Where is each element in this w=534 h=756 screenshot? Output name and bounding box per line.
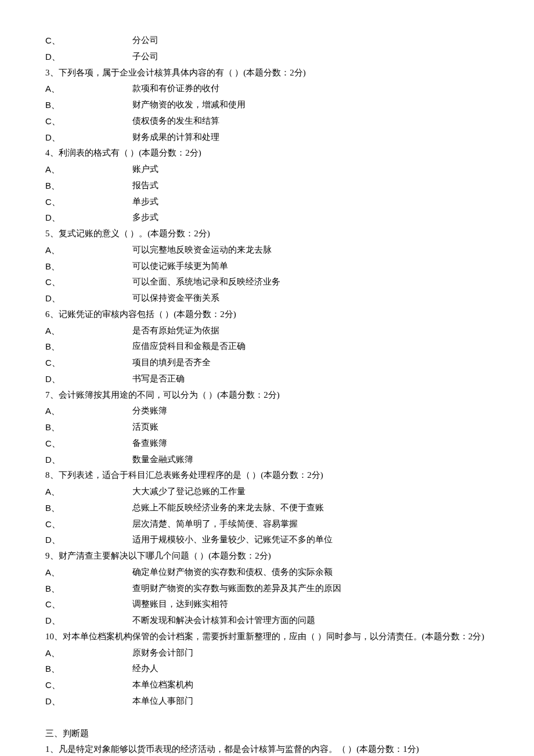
option-text: 活页账 [132, 419, 489, 435]
option-letter: A、 [45, 242, 132, 258]
option-row: A、可以完整地反映资金运动的来龙去脉 [45, 242, 489, 258]
option-row: B、应借应贷科目和金额是否正确 [45, 339, 489, 355]
option-letter: C、 [45, 113, 132, 129]
question-stem: 7、会计账簿按其用途的不同，可以分为（ ）(本题分数：2分) [45, 387, 489, 404]
option-row: A、确定单位财产物资的实存数和债权、债务的实际余额 [45, 564, 489, 581]
option-letter: B、 [45, 178, 132, 194]
option-letter: A、 [45, 161, 132, 178]
option-row: C、分公司 [45, 33, 489, 49]
question-stem: 5、复式记账的意义（ ）。(本题分数：2分) [45, 226, 489, 242]
option-text: 财产物资的收发，增减和使用 [132, 97, 489, 113]
option-row: A、原财务会计部门 [45, 645, 489, 661]
option-text: 报告式 [132, 178, 489, 194]
question-stem: 10、对本单位档案机构保管的会计档案，需要拆封重新整理的，应由（ ）同时参与，以… [45, 629, 489, 645]
option-letter: A、 [45, 323, 132, 339]
option-row: D、适用于规模较小、业务量较少、记账凭证不多的单位 [45, 532, 489, 548]
option-text: 查明财产物资的实存数与账面数的差异及其产生的原因 [132, 581, 489, 597]
question-stem: 8、下列表述，适合于科目汇总表账务处理程序的是（ ）(本题分数：2分) [45, 467, 489, 484]
option-text: 本单位档案机构 [132, 677, 489, 693]
option-letter: A、 [45, 403, 132, 419]
tf-question: 1、凡是特定对象能够以货币表现的经济活动，都是会计核算与监督的内容。（ ）(本题… [45, 741, 489, 756]
option-text: 总账上不能反映经济业务的来龙去脉、不便于查账 [132, 500, 489, 516]
option-letter: A、 [45, 484, 132, 500]
option-text: 财务成果的计算和处理 [132, 129, 489, 146]
option-text: 分公司 [132, 33, 489, 49]
option-row: C、单步式 [45, 194, 489, 210]
option-row: A、是否有原始凭证为依据 [45, 323, 489, 339]
option-text: 可以全面、系统地记录和反映经济业务 [132, 274, 489, 290]
option-text: 原财务会计部门 [132, 645, 489, 661]
option-letter: C、 [45, 274, 132, 290]
option-letter: A、 [45, 564, 132, 581]
question-stem: 3、下列各项，属于企业会计核算具体内容的有（ ）(本题分数：2分) [45, 65, 489, 81]
option-text: 本单位人事部门 [132, 693, 489, 710]
option-letter: C、 [45, 677, 132, 693]
option-letter: D、 [45, 693, 132, 710]
option-row: C、调整账目，达到账实相符 [45, 596, 489, 613]
option-text: 备查账簿 [132, 435, 489, 452]
option-row: B、总账上不能反映经济业务的来龙去脉、不便于查账 [45, 500, 489, 516]
option-text: 单步式 [132, 194, 489, 210]
option-text: 可以保持资金平衡关系 [132, 290, 489, 307]
section-title: 三、判断题 [45, 726, 489, 742]
option-row: B、经办人 [45, 661, 489, 677]
option-text: 款项和有价证券的收付 [132, 81, 489, 97]
option-text: 可以完整地反映资金运动的来龙去脉 [132, 242, 489, 258]
option-row: D、本单位人事部门 [45, 693, 489, 710]
option-row: C、债权债务的发生和结算 [45, 113, 489, 129]
option-letter: D、 [45, 210, 132, 226]
option-row: D、不断发现和解决会计核算和会计管理方面的问题 [45, 613, 489, 629]
option-letter: D、 [45, 452, 132, 468]
option-letter: B、 [45, 258, 132, 275]
option-letter: B、 [45, 339, 132, 355]
option-text: 是否有原始凭证为依据 [132, 323, 489, 339]
option-letter: C、 [45, 596, 132, 613]
option-letter: D、 [45, 129, 132, 146]
option-row: B、查明财产物资的实存数与账面数的差异及其产生的原因 [45, 581, 489, 597]
option-letter: D、 [45, 532, 132, 548]
option-row: B、报告式 [45, 178, 489, 194]
option-text: 分类账簿 [132, 403, 489, 419]
option-text: 账户式 [132, 161, 489, 178]
option-row: B、可以使记账手续更为简单 [45, 258, 489, 275]
option-text: 多步式 [132, 210, 489, 226]
option-letter: C、 [45, 194, 132, 210]
option-text: 应借应贷科目和金额是否正确 [132, 339, 489, 355]
option-text: 经办人 [132, 661, 489, 677]
option-text: 数量金融式账簿 [132, 452, 489, 468]
document-body: C、分公司D、子公司3、下列各项，属于企业会计核算具体内容的有（ ）(本题分数：… [45, 33, 489, 756]
option-row: D、数量金融式账簿 [45, 452, 489, 468]
option-letter: D、 [45, 290, 132, 307]
option-text: 书写是否正确 [132, 371, 489, 387]
option-row: D、财务成果的计算和处理 [45, 129, 489, 146]
option-text: 适用于规模较小、业务量较少、记账凭证不多的单位 [132, 532, 489, 548]
option-letter: D、 [45, 613, 132, 629]
option-text: 层次清楚、简单明了，手续简便、容易掌握 [132, 516, 489, 532]
option-letter: C、 [45, 355, 132, 371]
option-letter: B、 [45, 661, 132, 677]
option-row: A、大大减少了登记总账的工作量 [45, 484, 489, 500]
option-letter: C、 [45, 516, 132, 532]
option-text: 项目的填列是否齐全 [132, 355, 489, 371]
option-letter: B、 [45, 419, 132, 435]
option-row: D、多步式 [45, 210, 489, 226]
option-text: 子公司 [132, 49, 489, 65]
option-letter: D、 [45, 371, 132, 387]
option-letter: B、 [45, 97, 132, 113]
option-text: 不断发现和解决会计核算和会计管理方面的问题 [132, 613, 489, 629]
question-stem: 9、财产清查主要解决以下哪几个问题（ ）(本题分数：2分) [45, 548, 489, 564]
option-row: C、备查账簿 [45, 435, 489, 452]
option-row: D、子公司 [45, 49, 489, 65]
option-letter: C、 [45, 33, 132, 49]
option-row: D、书写是否正确 [45, 371, 489, 387]
option-text: 债权债务的发生和结算 [132, 113, 489, 129]
option-row: A、款项和有价证券的收付 [45, 81, 489, 97]
option-row: A、分类账簿 [45, 403, 489, 419]
option-row: C、层次清楚、简单明了，手续简便、容易掌握 [45, 516, 489, 532]
option-text: 大大减少了登记总账的工作量 [132, 484, 489, 500]
option-row: A、账户式 [45, 161, 489, 178]
option-row: C、本单位档案机构 [45, 677, 489, 693]
option-letter: B、 [45, 500, 132, 516]
option-text: 调整账目，达到账实相符 [132, 596, 489, 613]
option-row: C、可以全面、系统地记录和反映经济业务 [45, 274, 489, 290]
